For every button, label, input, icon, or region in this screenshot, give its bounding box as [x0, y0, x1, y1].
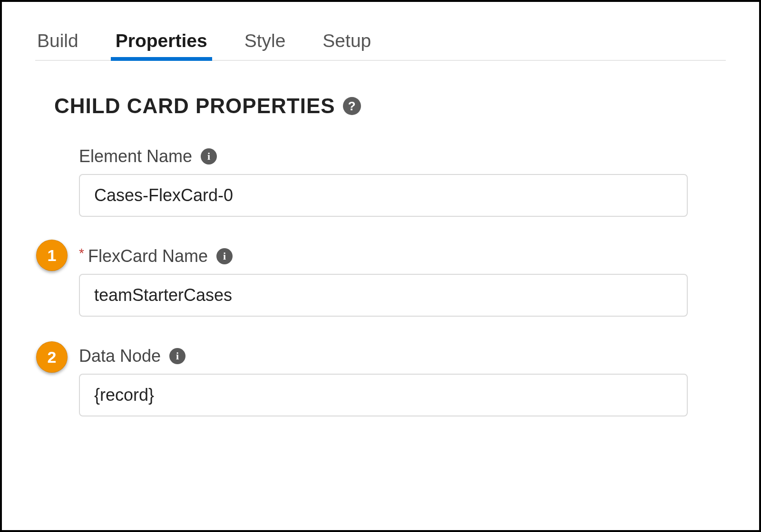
help-icon[interactable]: ?	[343, 97, 361, 115]
tab-bar: Build Properties Style Setup	[35, 26, 726, 61]
info-icon[interactable]: i	[201, 148, 217, 164]
info-icon[interactable]: i	[169, 348, 185, 364]
label-row-flexcard-name: * FlexCard Name i	[79, 246, 726, 266]
required-indicator: *	[79, 246, 84, 261]
input-data-node[interactable]	[79, 374, 688, 416]
field-data-node: 2 Data Node i	[79, 346, 726, 416]
panel-frame: Build Properties Style Setup CHILD CARD …	[0, 0, 761, 532]
field-element-name: Element Name i	[79, 146, 726, 217]
input-flexcard-name[interactable]	[79, 274, 688, 317]
callout-badge-1: 1	[36, 240, 68, 271]
label-row-element-name: Element Name i	[79, 146, 726, 166]
label-flexcard-name: FlexCard Name	[88, 246, 208, 266]
input-element-name[interactable]	[79, 174, 688, 217]
section-heading-row: CHILD CARD PROPERTIES ?	[54, 94, 726, 118]
tab-style[interactable]: Style	[243, 26, 288, 60]
section-title: CHILD CARD PROPERTIES	[54, 94, 335, 118]
info-icon[interactable]: i	[216, 248, 233, 264]
label-data-node: Data Node	[79, 346, 161, 366]
field-flexcard-name: 1 * FlexCard Name i	[79, 246, 726, 317]
tab-properties[interactable]: Properties	[114, 26, 209, 60]
label-element-name: Element Name	[79, 146, 192, 166]
callout-badge-2: 2	[36, 341, 68, 373]
label-row-data-node: Data Node i	[79, 346, 726, 366]
tab-setup[interactable]: Setup	[321, 26, 373, 60]
form-area: Element Name i 1 * FlexCard Name i 2 Dat…	[79, 146, 726, 416]
tab-build[interactable]: Build	[35, 26, 80, 60]
